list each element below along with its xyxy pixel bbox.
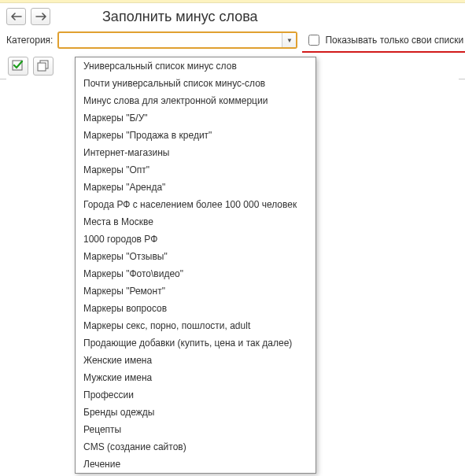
dropdown-item[interactable]: Места в Москве <box>76 213 316 231</box>
dropdown-item[interactable]: 1000 городов РФ <box>76 231 316 248</box>
dropdown-item[interactable]: Маркеры "Отзывы" <box>76 248 316 265</box>
highlight-underline <box>302 51 465 53</box>
dropdown-item[interactable]: CMS (создание сайтов) <box>76 438 316 456</box>
select-all-button[interactable] <box>8 57 28 76</box>
dropdown-item[interactable]: Универсальный список минус слов <box>76 57 316 75</box>
category-label: Категория: <box>6 35 53 46</box>
category-dropdown-button[interactable]: ▼ <box>282 33 296 47</box>
check-all-icon <box>12 60 24 72</box>
back-button[interactable] <box>6 8 26 25</box>
dropdown-item[interactable]: Маркеры вопросов <box>76 300 316 317</box>
dropdown-item[interactable]: Минус слова для электронной коммерции <box>76 92 316 109</box>
dropdown-item[interactable]: Маркеры "Поиск работы" <box>76 473 316 474</box>
forward-button[interactable] <box>31 8 50 25</box>
dropdown-item[interactable]: Маркеры "Аренда" <box>76 179 316 196</box>
dropdown-item[interactable]: Мужские имена <box>76 369 316 386</box>
dropdown-item[interactable]: Женские имена <box>76 352 316 369</box>
svg-rect-2 <box>38 63 46 71</box>
dropdown-item[interactable]: Маркеры "Фото\видео" <box>76 265 316 282</box>
dropdown-item[interactable]: Маркеры "Опт" <box>76 161 316 179</box>
category-dropdown-list[interactable]: Универсальный список минус словПочти уни… <box>75 57 316 474</box>
dropdown-item[interactable]: Продающие добавки (купить, цена и так да… <box>76 334 316 352</box>
dropdown-item[interactable]: Интернет-магазины <box>76 144 316 161</box>
show-own-wrap: Показывать только свои списки <box>305 32 463 48</box>
dropdown-item[interactable]: Маркеры "Б/У" <box>76 109 316 127</box>
dropdown-item[interactable]: Почти универсальный список минус-слов <box>76 75 316 92</box>
empty-boxes-icon <box>37 60 50 72</box>
dropdown-item[interactable]: Города РФ с населением более 100 000 чел… <box>76 196 316 213</box>
dropdown-item[interactable]: Маркеры "Продажа в кредит" <box>76 127 316 144</box>
dropdown-item[interactable]: Лечение <box>76 456 316 473</box>
dropdown-item[interactable]: Маркеры секс, порно, пошлости, adult <box>76 317 316 334</box>
dropdown-item[interactable]: Рецепты <box>76 421 316 438</box>
category-row: Категория: ▼ Показывать только свои спис… <box>0 28 465 52</box>
page-title: Заполнить минус слова <box>102 9 258 25</box>
show-own-checkbox[interactable] <box>308 35 319 46</box>
show-own-label: Показывать только свои списки <box>325 35 463 46</box>
dropdown-item[interactable]: Маркеры "Ремонт" <box>76 282 316 300</box>
chevron-down-icon: ▼ <box>286 37 293 44</box>
category-input[interactable] <box>59 33 282 47</box>
deselect-all-button[interactable] <box>33 57 54 76</box>
header-row: Заполнить минус слова <box>0 3 465 28</box>
dropdown-item[interactable]: Профессии <box>76 386 316 404</box>
category-combo[interactable]: ▼ <box>57 31 297 49</box>
dropdown-item[interactable]: Бренды одежды <box>76 404 316 421</box>
